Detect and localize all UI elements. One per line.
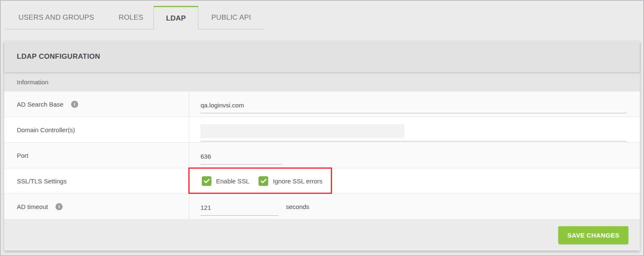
domain-controllers-input[interactable]: [201, 124, 627, 141]
panel-footer: SAVE CHANGES: [4, 219, 640, 251]
ssl-tls-settings-label: SSL/TLS Settings: [17, 178, 66, 185]
field-row-port: Port: [4, 143, 640, 168]
ad-timeout-input[interactable]: [201, 203, 278, 216]
enable-ssl-option[interactable]: Enable SSL: [202, 176, 249, 186]
ad-timeout-unit: seconds: [286, 203, 309, 210]
field-row-ad-search-base: AD Search Base i: [4, 91, 640, 117]
page: USERS AND GROUPS ROLES LDAP PUBLIC API L…: [0, 0, 644, 256]
tab-bar: USERS AND GROUPS ROLES LDAP PUBLIC API: [4, 6, 264, 29]
save-changes-button[interactable]: SAVE CHANGES: [558, 226, 628, 244]
ad-search-base-label: AD Search Base: [17, 101, 63, 108]
check-icon: [204, 179, 210, 183]
section-header-information: Information: [4, 72, 640, 91]
tab-users-and-groups[interactable]: USERS AND GROUPS: [4, 6, 108, 29]
tab-ldap[interactable]: LDAP: [153, 6, 198, 29]
domain-controllers-highlight: [201, 124, 404, 138]
ignore-ssl-errors-checkbox[interactable]: [259, 176, 268, 186]
ldap-configuration-panel: LDAP CONFIGURATION Information AD Search…: [4, 41, 640, 251]
ad-timeout-label: AD timeout: [17, 203, 48, 210]
field-row-ad-timeout: AD timeout i seconds: [4, 194, 640, 219]
domain-controllers-label: Domain Controller(s): [17, 126, 75, 133]
panel-title: LDAP CONFIGURATION: [4, 41, 640, 72]
enable-ssl-checkbox[interactable]: [202, 176, 211, 186]
info-icon[interactable]: i: [71, 101, 78, 108]
port-input[interactable]: [201, 152, 282, 165]
tab-roles[interactable]: ROLES: [108, 6, 153, 29]
info-icon[interactable]: i: [55, 203, 63, 210]
field-row-domain-controllers: Domain Controller(s): [4, 117, 640, 143]
check-icon: [261, 179, 267, 183]
ignore-ssl-errors-label: Ignore SSL errors: [273, 178, 322, 185]
ad-search-base-input[interactable]: [201, 101, 627, 113]
tab-public-api[interactable]: PUBLIC API: [198, 6, 264, 29]
field-row-ssl-tls-settings: SSL/TLS Settings Enable SSL: [4, 168, 640, 194]
ssl-checkbox-group: Enable SSL Ignore SSL errors: [202, 176, 322, 186]
ignore-ssl-errors-option[interactable]: Ignore SSL errors: [259, 176, 322, 186]
port-label: Port: [17, 152, 29, 159]
enable-ssl-label: Enable SSL: [216, 178, 249, 185]
